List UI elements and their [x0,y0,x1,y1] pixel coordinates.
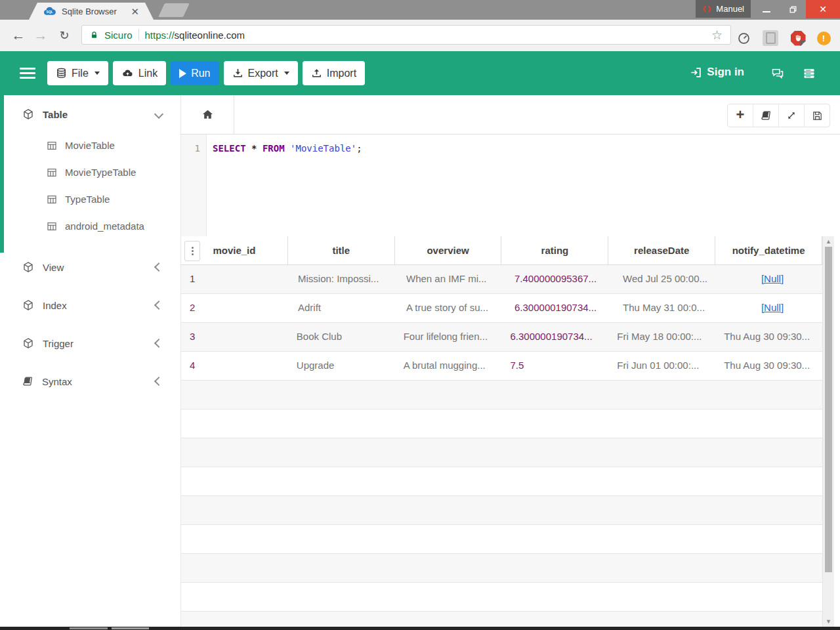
page-content: Table MovieTableMovieTypeTableTypeTablea… [0,95,840,627]
adblock-hand-extension-icon[interactable]: 1 [790,30,806,46]
back-icon[interactable]: ← [8,20,29,51]
sidebar-section-view[interactable]: View [0,257,180,277]
scroll-up-icon[interactable]: ▲ [823,238,834,245]
chat-icon[interactable] [770,67,785,80]
grid-empty-row [181,525,822,554]
column-header-overview[interactable]: overview [395,236,502,264]
grid-data-row: 1Mission: Impossi...When an IMF mi...7.4… [181,265,822,294]
tab-close-icon[interactable]: ✕ [131,7,139,16]
column-menu-dots-icon[interactable] [184,241,200,261]
file-button[interactable]: File [47,61,108,85]
grid-cell-releaseDate[interactable]: Fri May 18 00:00:... [608,323,715,351]
home-tab[interactable] [181,95,234,134]
window-close-button[interactable]: ✕ [806,0,840,18]
sign-in-button[interactable]: Sign in [690,66,744,79]
grid-cell-movie_id[interactable]: 3 [181,323,288,351]
link-button[interactable]: Link [113,61,166,85]
warning-extension-icon[interactable]: ! [816,30,831,46]
column-header-title[interactable]: title [288,236,395,264]
run-button[interactable]: Run [171,61,219,85]
grid-cell-title[interactable]: Upgrade [288,352,395,380]
window-minimize-button[interactable] [753,0,780,18]
section-label: Trigger [43,338,147,349]
link-button-label: Link [138,68,158,79]
cube-icon [22,108,34,120]
grid-cell-rating[interactable]: 7.400000095367... [506,265,614,293]
column-header-notify_datetime[interactable]: notify_datetime [715,236,822,264]
grid-cell-title[interactable]: Book Club [288,323,395,351]
window-restore-button[interactable] [780,0,806,18]
sidebar-section-index[interactable]: Index [0,295,180,315]
grid-cell-overview[interactable]: When an IMF mi... [398,265,506,293]
export-button[interactable]: Export [224,61,298,85]
profile-logo-icon [702,4,712,14]
notebook-extension-icon[interactable] [763,30,778,46]
play-icon [179,69,186,78]
save-button[interactable] [805,104,830,127]
reload-icon[interactable]: ↻ [54,20,75,51]
new-tab-button[interactable] [158,3,190,17]
sidebar-table-item[interactable]: MovieTable [0,132,180,159]
table-item-label: TypeTable [65,194,110,205]
column-header-releaseDate[interactable]: releaseDate [608,236,715,264]
column-header-rating[interactable]: rating [501,236,608,264]
grid-cell-overview[interactable]: A brutal mugging... [395,352,502,380]
grid-cell-title[interactable]: Adrift [289,294,398,322]
grid-header-row: movie_idtitleoverviewratingreleaseDateno… [181,236,822,265]
grid-cell-releaseDate[interactable]: Wed Jul 25 00:00... [614,265,723,293]
line-number: 1 [195,143,200,154]
grid-cell-notify_datetime[interactable]: [Null] [723,294,822,322]
null-value-link[interactable]: [Null] [761,302,784,313]
column-header-label: releaseDate [634,245,689,256]
grid-cell-movie_id[interactable]: 4 [181,352,288,380]
download-icon [232,68,243,79]
profile-chip[interactable]: Manuel [696,0,751,18]
table-item-label: MovieTable [65,140,115,151]
security-label[interactable]: Sicuro [104,30,133,41]
vertical-scrollbar[interactable]: ▲ ▼ [822,236,834,627]
import-button[interactable]: Import [303,61,365,85]
scroll-down-icon[interactable]: ▼ [823,618,834,625]
sidebar-table-item[interactable]: TypeTable [0,186,180,213]
address-bar[interactable]: Sicuro https://sqliteonline.com ☆ [81,25,731,45]
grid-cell-rating[interactable]: 6.300000190734... [501,323,608,351]
book-icon [22,376,33,387]
grid-cell-releaseDate[interactable]: Thu May 31 00:0... [614,294,723,322]
list-icon[interactable] [802,67,816,80]
sidebar-table-item[interactable]: android_metadata [0,213,180,240]
grid-cell-notify_datetime[interactable]: [Null] [723,265,822,293]
sql-token-plain: ; [356,143,362,154]
sql-code-line[interactable]: SELECT * FROM 'MovieTable'; [207,135,840,236]
sidebar-section-syntax[interactable]: Syntax [0,371,180,391]
url-text[interactable]: https://sqliteonline.com [145,30,245,41]
grid-cell-movie_id[interactable]: 1 [181,265,289,293]
grid-rows: 1Mission: Impossi...When an IMF mi...7.4… [181,265,840,627]
menu-hamburger-icon[interactable] [20,68,35,81]
grid-cell-notify_datetime[interactable]: Thu Aug 30 09:30... [715,323,822,351]
sidebar-section-table[interactable]: Table [0,104,180,124]
grid-cell-rating[interactable]: 7.5 [501,352,608,380]
sidebar-table-item[interactable]: MovieTypeTable [0,159,180,186]
grid-cell-rating[interactable]: 6.300000190734... [506,294,614,322]
speedometer-extension-icon[interactable] [736,30,751,46]
add-tab-button[interactable]: + [728,104,753,127]
file-button-label: File [72,68,89,79]
scrollbar-thumb[interactable] [825,247,832,572]
sidebar-section-trigger[interactable]: Trigger [0,333,180,353]
null-value-link[interactable]: [Null] [761,273,784,284]
sql-token-keyword: SELECT [213,143,251,154]
history-button[interactable] [753,104,779,127]
home-icon [201,108,215,121]
grid-cell-title[interactable]: Mission: Impossi... [289,265,398,293]
grid-cell-movie_id[interactable]: 2 [181,294,289,322]
grid-cell-overview[interactable]: A true story of su... [398,294,506,322]
sql-editor[interactable]: 1 SELECT * FROM 'MovieTable'; [181,135,840,236]
grid-cell-notify_datetime[interactable]: Thu Aug 30 09:30... [715,352,822,380]
grid-cell-releaseDate[interactable]: Fri Jun 01 00:00:... [608,352,715,380]
column-header-movie_id[interactable]: movie_id [181,236,288,264]
fullscreen-button[interactable] [779,104,805,127]
browser-tab[interactable]: SQL Sqlite Browser ✕ [29,3,154,20]
bookmark-star-icon[interactable]: ☆ [711,28,723,43]
upload-icon [311,68,322,79]
grid-cell-overview[interactable]: Four lifelong frien... [395,323,502,351]
